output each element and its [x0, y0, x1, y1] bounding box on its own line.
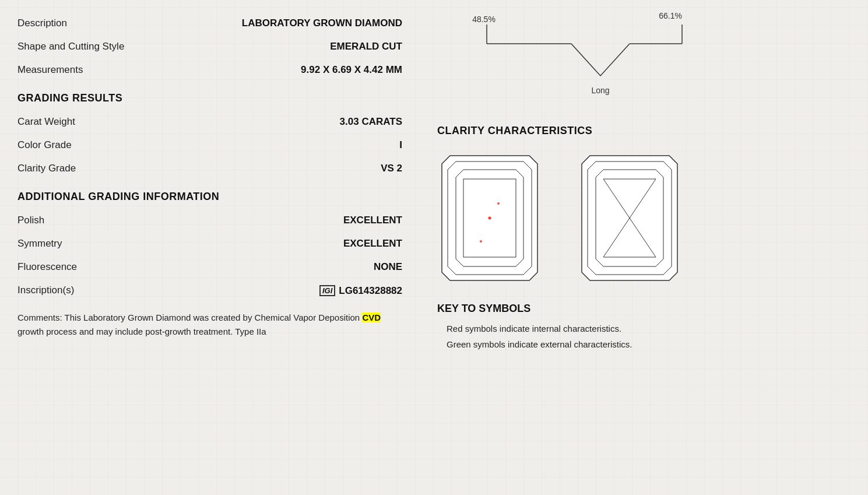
igi-logo-icon: IGI — [319, 285, 335, 296]
description-label: Description — [17, 17, 67, 29]
clarity-title: CLARITY CHARACTERISTICS — [437, 125, 851, 137]
svg-point-10 — [497, 202, 500, 205]
grading-header: GRADING RESULTS — [17, 92, 402, 104]
key-red-text: Red symbols indicate internal characteri… — [447, 321, 851, 336]
color-value: I — [399, 139, 402, 151]
measurements-value: 9.92 X 6.69 X 4.42 MM — [301, 64, 402, 76]
symmetry-label: Symmetry — [17, 238, 62, 250]
color-label: Color Grade — [17, 139, 72, 151]
polish-value: EXCELLENT — [343, 215, 402, 226]
clarity-front-view — [437, 151, 542, 285]
fluorescence-value: NONE — [374, 261, 402, 273]
description-value: LABORATORY GROWN DIAMOND — [242, 17, 402, 29]
description-row: Description LABORATORY GROWN DIAMOND — [17, 12, 402, 35]
proportions-section: 48.5% 66.1% Long — [437, 12, 851, 107]
carat-label: Carat Weight — [17, 116, 75, 128]
inscription-number: LG614328882 — [339, 285, 402, 297]
inscription-row: Inscription(s) IGI LG614328882 — [17, 279, 402, 303]
comments-prefix: Comments: This Laboratory Grown Diamond … — [17, 313, 362, 322]
svg-point-9 — [480, 240, 482, 243]
clarity-label: Clarity Grade — [17, 163, 76, 174]
clarity-value: VS 2 — [381, 163, 402, 174]
proportion-right-pct: 66.1% — [659, 11, 682, 20]
shape-row: Shape and Cutting Style EMERALD CUT — [17, 35, 402, 58]
key-symbols-text: Red symbols indicate internal characteri… — [447, 321, 851, 352]
additional-header: ADDITIONAL GRADING INFORMATION — [17, 191, 402, 203]
polish-label: Polish — [17, 215, 44, 226]
left-panel: Description LABORATORY GROWN DIAMOND Sha… — [17, 12, 426, 483]
symmetry-value: EXCELLENT — [343, 238, 402, 250]
inscription-value: IGI LG614328882 — [319, 285, 402, 297]
proportion-diagram: 48.5% 66.1% Long — [437, 12, 717, 105]
fluorescence-row: Fluorescence NONE — [17, 255, 402, 279]
measurements-row: Measurements 9.92 X 6.69 X 4.42 MM — [17, 58, 402, 82]
proportion-bottom-label: Long — [591, 86, 609, 95]
carat-value: 3.03 CARATS — [340, 116, 402, 128]
proportion-left-pct: 48.5% — [472, 15, 496, 24]
right-panel: 48.5% 66.1% Long CLARITY CHARACTERISTICS — [426, 12, 851, 483]
clarity-row: Clarity Grade VS 2 — [17, 157, 402, 180]
shape-label: Shape and Cutting Style — [17, 41, 124, 52]
comments-suffix: growth process and may include post-grow… — [17, 327, 266, 336]
polish-row: Polish EXCELLENT — [17, 209, 402, 232]
key-green-text: Green symbols indicate external characte… — [447, 336, 851, 352]
comments-block: Comments: This Laboratory Grown Diamond … — [17, 311, 402, 339]
cvd-highlight: CVD — [362, 313, 381, 322]
symmetry-row: Symmetry EXCELLENT — [17, 232, 402, 255]
clarity-diagrams — [437, 151, 851, 285]
carat-row: Carat Weight 3.03 CARATS — [17, 110, 402, 134]
svg-point-8 — [489, 217, 491, 220]
shape-value: EMERALD CUT — [330, 41, 402, 52]
color-row: Color Grade I — [17, 134, 402, 157]
inscription-label: Inscription(s) — [17, 285, 74, 296]
key-symbols-title: KEY TO SYMBOLS — [437, 303, 851, 315]
fluorescence-label: Fluorescence — [17, 261, 77, 273]
measurements-label: Measurements — [17, 64, 83, 76]
clarity-side-view — [577, 151, 682, 285]
